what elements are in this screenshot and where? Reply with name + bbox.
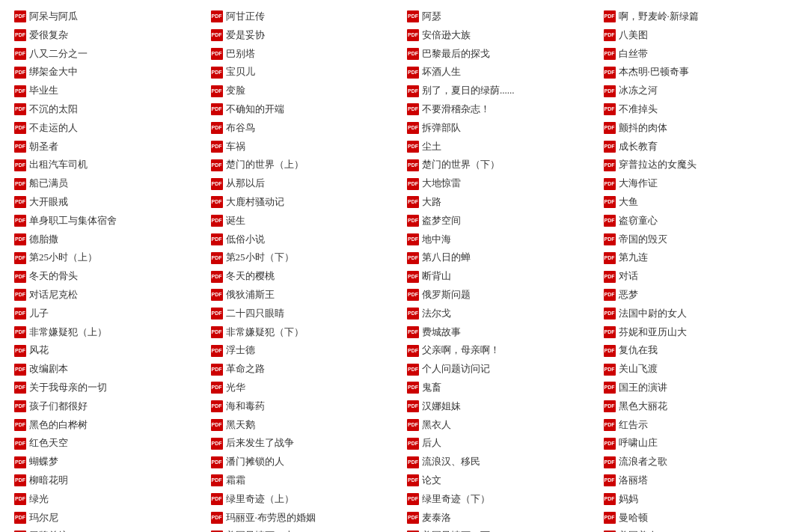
list-item[interactable]: PDF低俗小说 (208, 230, 405, 249)
list-item[interactable]: PDF八又二分之一 (11, 45, 208, 64)
list-item[interactable]: PDF第九连 (601, 248, 798, 267)
list-item[interactable]: PDF关于我母亲的一切 (11, 379, 208, 397)
list-item[interactable]: PDF黑色大丽花 (601, 397, 798, 416)
list-item[interactable]: PDF汉娜姐妹 (404, 397, 601, 416)
list-item[interactable]: PDF啊，野麦岭·新绿篇 (601, 7, 798, 26)
list-item[interactable]: PDF尘土 (404, 138, 601, 156)
list-item[interactable]: PDF本杰明·巴顿奇事 (601, 63, 798, 82)
list-item[interactable]: PDF不要滑稽杂志！ (404, 100, 601, 119)
list-item[interactable]: PDF芬妮和亚历山大 (601, 323, 798, 342)
list-item[interactable]: PDF国王的演讲 (601, 379, 798, 397)
list-item[interactable]: PDF大鹿村骚动记 (208, 193, 405, 212)
list-item[interactable]: PDF不走运的人 (11, 119, 208, 138)
list-item[interactable]: PDF第25小时（下） (208, 248, 405, 267)
list-item[interactable]: PDF流浪汉、移民 (404, 453, 601, 471)
list-item[interactable]: PDF出租汽车司机 (11, 156, 208, 174)
list-item[interactable]: PDF盗窃童心 (601, 212, 798, 230)
list-item[interactable]: PDF俄罗斯问题 (404, 286, 601, 305)
list-item[interactable]: PDF玛丽亚·布劳恩的婚姻 (208, 509, 405, 528)
list-item[interactable]: PDF美国美人 (601, 527, 798, 532)
list-item[interactable]: PDF呼啸山庄 (601, 434, 798, 453)
list-item[interactable]: PDF对话尼克松 (11, 286, 208, 305)
list-item[interactable]: PDF关山飞渡 (601, 360, 798, 379)
list-item[interactable]: PDF霜霜 (208, 471, 405, 490)
list-item[interactable]: PDF第25小时（上） (11, 248, 208, 267)
list-item[interactable]: PDF对话 (601, 267, 798, 286)
list-item[interactable]: PDF车祸 (208, 138, 405, 156)
list-item[interactable]: PDF大开眼戒 (11, 193, 208, 212)
list-item[interactable]: PDF颤抖的肉体 (601, 119, 798, 138)
list-item[interactable]: PDF楚门的世界（上） (208, 156, 405, 174)
list-item[interactable]: PDF红色天空 (11, 434, 208, 453)
list-item[interactable]: PDF白丝带 (601, 45, 798, 64)
list-item[interactable]: PDF八美图 (601, 26, 798, 45)
list-item[interactable]: PDF后来发生了战争 (208, 434, 405, 453)
list-item[interactable]: PDF黑色的白桦树 (11, 416, 208, 435)
list-item[interactable]: PDF不沉的太阳 (11, 100, 208, 119)
list-item[interactable]: PDF从那以后 (208, 174, 405, 193)
list-item[interactable]: PDF法国中尉的女人 (601, 305, 798, 323)
list-item[interactable]: PDF单身职工与集体宿舍 (11, 212, 208, 230)
list-item[interactable]: PDF绑架金大中 (11, 63, 208, 82)
list-item[interactable]: PDF法尔戈 (404, 305, 601, 323)
list-item[interactable]: PDF费城故事 (404, 323, 601, 342)
list-item[interactable]: PDF爱很复杂 (11, 26, 208, 45)
list-item[interactable]: PDF爱是妥协 (208, 26, 405, 45)
list-item[interactable]: PDF帝国的毁灭 (601, 230, 798, 249)
list-item[interactable]: PDF冰冻之河 (601, 82, 798, 100)
list-item[interactable]: PDF鬼畜 (404, 379, 601, 397)
list-item[interactable]: PDF布谷鸟 (208, 119, 405, 138)
list-item[interactable]: PDF冬天的樱桃 (208, 267, 405, 286)
list-item[interactable]: PDF大路 (404, 193, 601, 212)
list-item[interactable]: PDF德胎撒 (11, 230, 208, 249)
list-item[interactable]: PDF不确知的开端 (208, 100, 405, 119)
list-item[interactable]: PDF后人 (404, 434, 601, 453)
list-item[interactable]: PDF改编剧本 (11, 360, 208, 379)
list-item[interactable]: PDF宝贝儿 (208, 63, 405, 82)
list-item[interactable]: PDF毕业生 (11, 82, 208, 100)
list-item[interactable]: PDF楚门的世界（下） (404, 156, 601, 174)
list-item[interactable]: PDF非常嫌疑犯（上） (11, 323, 208, 342)
list-item[interactable]: PDF拆弹部队 (404, 119, 601, 138)
list-item[interactable]: PDF美国风情画（下） (404, 527, 601, 532)
list-item[interactable]: PDF朝圣者 (11, 138, 208, 156)
list-item[interactable]: PDF黑天鹅 (208, 416, 405, 435)
list-item[interactable]: PDF父亲啊，母亲啊！ (404, 341, 601, 360)
list-item[interactable]: PDF第八日的蝉 (404, 248, 601, 267)
list-item[interactable]: PDF断背山 (404, 267, 601, 286)
list-item[interactable]: PDF大鱼 (601, 193, 798, 212)
list-item[interactable]: PDF恶梦 (601, 286, 798, 305)
list-item[interactable]: PDF船已满员 (11, 174, 208, 193)
list-item[interactable]: PDF玛尔尼 (11, 509, 208, 528)
list-item[interactable]: PDF蝴蝶梦 (11, 453, 208, 471)
list-item[interactable]: PDF俄狄浦斯王 (208, 286, 405, 305)
list-item[interactable]: PDF变脸 (208, 82, 405, 100)
list-item[interactable]: PDF成长教育 (601, 138, 798, 156)
list-item[interactable]: PDF麦泰洛 (404, 509, 601, 528)
list-item[interactable]: PDF海和毒药 (208, 397, 405, 416)
list-item[interactable]: PDF美国风情画（上） (208, 527, 405, 532)
list-item[interactable]: PDF阿瑟 (404, 7, 601, 26)
list-item[interactable]: PDF论文 (404, 471, 601, 490)
list-item[interactable]: PDF非常嫌疑犯（下） (208, 323, 405, 342)
list-item[interactable]: PDF盗梦空间 (404, 212, 601, 230)
list-item[interactable]: PDF阿呆与阿瓜 (11, 7, 208, 26)
list-item[interactable]: PDF洛丽塔 (601, 471, 798, 490)
list-item[interactable]: PDF冬天的骨头 (11, 267, 208, 286)
list-item[interactable]: PDF个人问题访问记 (404, 360, 601, 379)
list-item[interactable]: PDF大海作证 (601, 174, 798, 193)
list-item[interactable]: PDF黑衣人 (404, 416, 601, 435)
list-item[interactable]: PDF妈妈 (601, 490, 798, 509)
list-item[interactable]: PDF曼哈顿 (601, 509, 798, 528)
list-item[interactable]: PDF不准掉头 (601, 100, 798, 119)
list-item[interactable]: PDF穿普拉达的女魔头 (601, 156, 798, 174)
list-item[interactable]: PDF巴黎最后的探戈 (404, 45, 601, 64)
list-item[interactable]: PDF风花 (11, 341, 208, 360)
list-item[interactable]: PDF潘门摊锁的人 (208, 453, 405, 471)
list-item[interactable]: PDF大地惊雷 (404, 174, 601, 193)
list-item[interactable]: PDF安倍逊大族 (404, 26, 601, 45)
list-item[interactable]: PDF柳暗花明 (11, 471, 208, 490)
list-item[interactable]: PDF流浪者之歌 (601, 453, 798, 471)
list-item[interactable]: PDF二十四只眼睛 (208, 305, 405, 323)
list-item[interactable]: PDF别了，夏日的绿荫...... (404, 82, 601, 100)
